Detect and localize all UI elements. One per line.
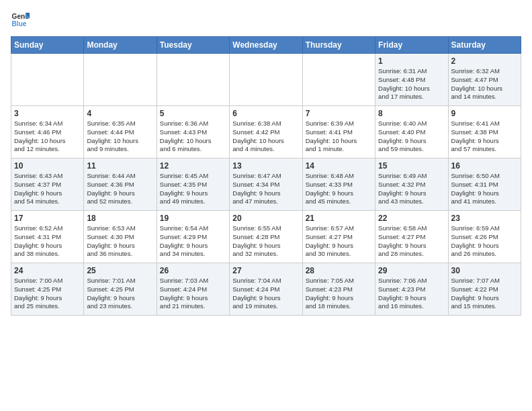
day-header-monday: Monday <box>84 37 157 54</box>
calendar-cell: 15Sunrise: 6:49 AM Sunset: 4:32 PM Dayli… <box>375 158 448 211</box>
day-number: 9 <box>451 109 518 118</box>
calendar-cell: 29Sunrise: 7:06 AM Sunset: 4:23 PM Dayli… <box>375 263 448 316</box>
day-number: 5 <box>160 109 226 118</box>
calendar-week-5: 24Sunrise: 7:00 AM Sunset: 4:25 PM Dayli… <box>11 263 521 316</box>
day-number: 21 <box>306 214 372 223</box>
calendar-cell <box>302 54 375 106</box>
day-info: Sunrise: 6:34 AM Sunset: 4:46 PM Dayligh… <box>14 120 81 154</box>
day-number: 18 <box>87 214 153 223</box>
calendar-cell: 16Sunrise: 6:50 AM Sunset: 4:31 PM Dayli… <box>448 158 521 211</box>
day-number: 3 <box>14 109 81 118</box>
day-number: 26 <box>160 266 226 275</box>
calendar-week-2: 3Sunrise: 6:34 AM Sunset: 4:46 PM Daylig… <box>11 106 521 158</box>
calendar-header: SundayMondayTuesdayWednesdayThursdayFrid… <box>11 37 521 54</box>
day-info: Sunrise: 6:38 AM Sunset: 4:42 PM Dayligh… <box>232 120 299 154</box>
day-number: 28 <box>306 266 372 275</box>
day-number: 23 <box>451 214 518 223</box>
day-info: Sunrise: 6:57 AM Sunset: 4:27 PM Dayligh… <box>306 224 372 259</box>
calendar-cell: 2Sunrise: 6:32 AM Sunset: 4:47 PM Daylig… <box>448 54 521 106</box>
day-number: 13 <box>232 161 299 171</box>
svg-text:Blue: Blue <box>12 20 27 28</box>
calendar-week-1: 1Sunrise: 6:31 AM Sunset: 4:48 PM Daylig… <box>11 54 521 106</box>
day-number: 29 <box>378 266 445 275</box>
day-info: Sunrise: 6:35 AM Sunset: 4:44 PM Dayligh… <box>87 120 153 154</box>
calendar-week-3: 10Sunrise: 6:43 AM Sunset: 4:37 PM Dayli… <box>11 158 521 211</box>
logo-icon: General Blue <box>11 11 30 30</box>
calendar-cell: 12Sunrise: 6:45 AM Sunset: 4:35 PM Dayli… <box>157 158 229 211</box>
calendar-cell <box>84 54 157 106</box>
calendar-cell: 4Sunrise: 6:35 AM Sunset: 4:44 PM Daylig… <box>84 106 157 158</box>
day-number: 20 <box>232 214 299 223</box>
calendar-cell: 30Sunrise: 7:07 AM Sunset: 4:22 PM Dayli… <box>448 263 521 316</box>
page-header: General Blue <box>11 11 521 30</box>
day-number: 25 <box>87 266 153 275</box>
calendar-cell: 22Sunrise: 6:58 AM Sunset: 4:27 PM Dayli… <box>375 211 448 263</box>
day-number: 12 <box>160 161 226 171</box>
calendar-cell: 5Sunrise: 6:36 AM Sunset: 4:43 PM Daylig… <box>157 106 229 158</box>
day-info: Sunrise: 7:00 AM Sunset: 4:25 PM Dayligh… <box>14 277 81 311</box>
calendar-cell <box>230 54 302 106</box>
calendar-cell <box>157 54 229 106</box>
day-header-sunday: Sunday <box>11 37 84 54</box>
day-number: 17 <box>14 214 81 223</box>
day-number: 4 <box>87 109 153 118</box>
day-number: 24 <box>14 266 81 275</box>
calendar-cell: 24Sunrise: 7:00 AM Sunset: 4:25 PM Dayli… <box>11 263 84 316</box>
day-info: Sunrise: 7:01 AM Sunset: 4:25 PM Dayligh… <box>87 277 153 311</box>
calendar-table: SundayMondayTuesdayWednesdayThursdayFrid… <box>11 36 521 316</box>
day-number: 15 <box>378 161 445 171</box>
day-number: 16 <box>451 161 518 171</box>
day-header-saturday: Saturday <box>448 37 521 54</box>
day-info: Sunrise: 6:41 AM Sunset: 4:38 PM Dayligh… <box>451 120 518 154</box>
day-header-friday: Friday <box>375 37 448 54</box>
day-info: Sunrise: 6:47 AM Sunset: 4:34 PM Dayligh… <box>232 172 299 206</box>
day-number: 10 <box>14 161 81 171</box>
calendar-cell: 14Sunrise: 6:48 AM Sunset: 4:33 PM Dayli… <box>302 158 375 211</box>
calendar-cell <box>11 54 84 106</box>
day-info: Sunrise: 6:43 AM Sunset: 4:37 PM Dayligh… <box>14 172 81 206</box>
day-info: Sunrise: 6:58 AM Sunset: 4:27 PM Dayligh… <box>378 224 445 259</box>
calendar-cell: 3Sunrise: 6:34 AM Sunset: 4:46 PM Daylig… <box>11 106 84 158</box>
day-number: 27 <box>232 266 299 275</box>
calendar-cell: 17Sunrise: 6:52 AM Sunset: 4:31 PM Dayli… <box>11 211 84 263</box>
calendar-cell: 23Sunrise: 6:59 AM Sunset: 4:26 PM Dayli… <box>448 211 521 263</box>
calendar-cell: 18Sunrise: 6:53 AM Sunset: 4:30 PM Dayli… <box>84 211 157 263</box>
day-number: 1 <box>378 56 445 66</box>
calendar-cell: 28Sunrise: 7:05 AM Sunset: 4:23 PM Dayli… <box>302 263 375 316</box>
day-info: Sunrise: 6:50 AM Sunset: 4:31 PM Dayligh… <box>451 172 518 206</box>
day-info: Sunrise: 6:45 AM Sunset: 4:35 PM Dayligh… <box>160 172 226 206</box>
day-number: 11 <box>87 161 153 171</box>
logo: General Blue <box>11 11 30 30</box>
calendar-cell: 1Sunrise: 6:31 AM Sunset: 4:48 PM Daylig… <box>375 54 448 106</box>
calendar-cell: 19Sunrise: 6:54 AM Sunset: 4:29 PM Dayli… <box>157 211 229 263</box>
day-header-wednesday: Wednesday <box>230 37 302 54</box>
day-number: 30 <box>451 266 518 275</box>
day-number: 22 <box>378 214 445 223</box>
day-info: Sunrise: 6:39 AM Sunset: 4:41 PM Dayligh… <box>306 120 372 154</box>
day-info: Sunrise: 6:40 AM Sunset: 4:40 PM Dayligh… <box>378 120 445 154</box>
day-number: 2 <box>451 56 518 66</box>
day-number: 14 <box>306 161 372 171</box>
day-number: 8 <box>378 109 445 118</box>
day-number: 19 <box>160 214 226 223</box>
day-info: Sunrise: 7:07 AM Sunset: 4:22 PM Dayligh… <box>451 277 518 311</box>
day-info: Sunrise: 6:55 AM Sunset: 4:28 PM Dayligh… <box>232 224 299 259</box>
day-info: Sunrise: 6:36 AM Sunset: 4:43 PM Dayligh… <box>160 120 226 154</box>
calendar-cell: 20Sunrise: 6:55 AM Sunset: 4:28 PM Dayli… <box>230 211 302 263</box>
day-info: Sunrise: 7:05 AM Sunset: 4:23 PM Dayligh… <box>306 277 372 311</box>
day-info: Sunrise: 6:31 AM Sunset: 4:48 PM Dayligh… <box>378 67 445 101</box>
day-number: 6 <box>232 109 299 118</box>
day-info: Sunrise: 6:44 AM Sunset: 4:36 PM Dayligh… <box>87 172 153 206</box>
day-header-thursday: Thursday <box>302 37 375 54</box>
day-info: Sunrise: 6:48 AM Sunset: 4:33 PM Dayligh… <box>306 172 372 206</box>
calendar-cell: 11Sunrise: 6:44 AM Sunset: 4:36 PM Dayli… <box>84 158 157 211</box>
day-info: Sunrise: 7:06 AM Sunset: 4:23 PM Dayligh… <box>378 277 445 311</box>
calendar-cell: 7Sunrise: 6:39 AM Sunset: 4:41 PM Daylig… <box>302 106 375 158</box>
day-info: Sunrise: 6:59 AM Sunset: 4:26 PM Dayligh… <box>451 224 518 259</box>
calendar-cell: 8Sunrise: 6:40 AM Sunset: 4:40 PM Daylig… <box>375 106 448 158</box>
calendar-cell: 6Sunrise: 6:38 AM Sunset: 4:42 PM Daylig… <box>230 106 302 158</box>
day-info: Sunrise: 6:52 AM Sunset: 4:31 PM Dayligh… <box>14 224 81 259</box>
calendar-cell: 27Sunrise: 7:04 AM Sunset: 4:24 PM Dayli… <box>230 263 302 316</box>
calendar-cell: 25Sunrise: 7:01 AM Sunset: 4:25 PM Dayli… <box>84 263 157 316</box>
day-info: Sunrise: 7:04 AM Sunset: 4:24 PM Dayligh… <box>232 277 299 311</box>
